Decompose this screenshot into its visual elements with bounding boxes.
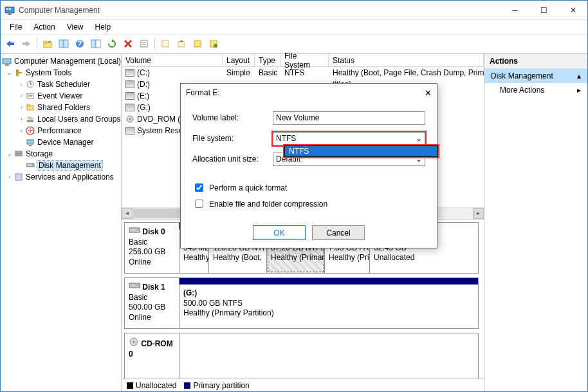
toolbar-btn-12[interactable] (190, 37, 205, 51)
tree-services-apps[interactable]: ›Services and Applications (1, 171, 121, 183)
collapse-arrow-icon: ▴ (577, 71, 581, 80)
up-button[interactable] (41, 37, 55, 51)
scroll-right-icon[interactable]: ► (473, 208, 484, 219)
svg-rect-37 (29, 145, 32, 146)
help-button[interactable]: ? (73, 37, 87, 51)
actions-more-actions[interactable]: More Actions▸ (484, 83, 587, 97)
expand-icon[interactable]: › (17, 116, 25, 122)
svg-text:?: ? (77, 39, 82, 48)
tree-pane[interactable]: Computer Management (Local) ⌄ System Too… (1, 54, 122, 391)
toolbar-btn-13[interactable] (207, 37, 221, 51)
toolbar-btn-6[interactable] (89, 37, 103, 51)
tree-system-tools[interactable]: ⌄ System Tools (1, 67, 121, 79)
tree-shared-folders[interactable]: ›Shared Folders (1, 102, 121, 113)
computer-management-window: Computer Management ─ ☐ ✕ File Action Vi… (0, 0, 588, 392)
file-system-dropdown[interactable]: NTFS (284, 145, 438, 157)
svg-rect-22 (3, 59, 11, 64)
svg-rect-9 (64, 40, 68, 48)
ok-button[interactable]: OK (253, 225, 306, 240)
submenu-arrow-icon: ▸ (577, 86, 581, 95)
svg-rect-18 (178, 42, 185, 47)
tree-device-manager[interactable]: Device Manager (1, 136, 121, 148)
svg-rect-19 (194, 41, 201, 47)
refresh-button[interactable] (105, 37, 119, 51)
minimize-button[interactable]: ─ (501, 1, 529, 19)
dialog-titlebar[interactable]: Format E: ✕ (181, 84, 437, 102)
actions-pane: Actions Disk Management▴ More Actions▸ (484, 54, 587, 391)
cancel-button[interactable]: Cancel (312, 225, 365, 240)
svg-rect-13 (96, 40, 100, 48)
volume-row[interactable]: (C:)SimpleBasicNTFSHealthy (Boot, Page F… (122, 67, 484, 79)
toolbar: ? (1, 34, 587, 53)
legend-unallocated-swatch (127, 382, 133, 389)
actions-disk-management[interactable]: Disk Management▴ (484, 69, 587, 83)
svg-rect-38 (15, 151, 22, 153)
col-status[interactable]: Status (329, 54, 484, 66)
svg-point-33 (30, 117, 33, 120)
expand-icon[interactable]: › (6, 174, 14, 180)
svg-rect-2 (9, 8, 11, 10)
volume-label-input[interactable] (273, 111, 425, 125)
svg-rect-23 (5, 64, 9, 66)
file-system-select[interactable]: NTFS ⌄ (273, 132, 425, 145)
expand-icon[interactable]: › (17, 104, 25, 111)
titlebar[interactable]: Computer Management ─ ☐ ✕ (1, 1, 587, 20)
tree-performance[interactable]: ›Performance (1, 125, 121, 136)
tree-event-viewer[interactable]: ›Event Viewer (1, 90, 121, 102)
tree-root[interactable]: Computer Management (Local) (1, 55, 121, 67)
collapse-icon[interactable]: ⌄ (6, 70, 14, 76)
file-system-label: File system: (192, 134, 273, 143)
menu-help[interactable]: Help (90, 21, 116, 33)
col-volume[interactable]: Volume (122, 54, 223, 66)
disk-row[interactable]: Disk 1Basic500.00 GBOnline(G:)500.00 GB … (124, 277, 479, 329)
menu-file[interactable]: File (5, 21, 27, 33)
tree-local-users[interactable]: ›Local Users and Groups (1, 113, 121, 125)
back-button[interactable] (3, 37, 17, 51)
svg-rect-5 (23, 42, 27, 45)
dialog-close-button[interactable]: ✕ (412, 88, 432, 98)
menu-action[interactable]: Action (28, 21, 60, 33)
tree-disk-management[interactable]: Disk Management (1, 160, 121, 171)
col-layout[interactable]: Layout (223, 54, 255, 66)
svg-rect-17 (162, 41, 169, 47)
col-type[interactable]: Type (255, 54, 280, 66)
svg-rect-8 (59, 40, 63, 48)
col-fs[interactable]: File System (280, 54, 329, 66)
delete-button[interactable] (121, 37, 135, 51)
chevron-down-icon: ⌄ (416, 134, 422, 143)
disk-info: CD-ROM 0 (125, 333, 179, 378)
svg-rect-25 (19, 72, 22, 73)
toolbar-btn-10[interactable] (158, 37, 172, 51)
dialog-title: Format E: (186, 88, 412, 97)
collapse-icon[interactable]: ⌄ (6, 151, 14, 157)
app-icon (5, 5, 15, 15)
disk-info: Disk 1Basic500.00 GBOnline (125, 278, 179, 328)
svg-point-41 (32, 164, 33, 165)
menu-view[interactable]: View (62, 21, 89, 33)
scroll-left-icon[interactable]: ◄ (122, 208, 133, 219)
toolbar-btn-11[interactable] (174, 37, 188, 51)
quick-format-checkbox[interactable]: Perform a quick format (192, 182, 425, 194)
legend-primary-label: Primary partition (193, 381, 249, 390)
maximize-button[interactable]: ☐ (529, 1, 558, 19)
format-dialog: Format E: ✕ Volume label: File system: N… (180, 83, 437, 248)
expand-icon[interactable]: › (17, 81, 25, 88)
disk-row[interactable]: CD-ROM 0 (124, 333, 479, 378)
expand-icon[interactable]: › (17, 127, 25, 134)
fs-option-ntfs[interactable]: NTFS (285, 146, 437, 156)
compression-checkbox[interactable]: Enable file and folder compression (192, 198, 425, 210)
show-hide-button[interactable] (57, 37, 71, 51)
tree-task-scheduler[interactable]: ›Task Scheduler (1, 79, 121, 90)
svg-rect-24 (16, 70, 19, 76)
expand-icon[interactable]: › (17, 93, 25, 99)
tree-storage[interactable]: ⌄Storage (1, 148, 121, 160)
properties-button[interactable] (137, 37, 151, 51)
forward-button[interactable] (19, 37, 33, 51)
svg-point-46 (137, 229, 138, 230)
svg-rect-12 (91, 40, 95, 48)
partition-box[interactable]: (G:)500.00 GB NTFSHealthy (Primary Parti… (179, 285, 478, 328)
svg-point-50 (133, 341, 135, 343)
svg-rect-27 (27, 93, 33, 98)
volume-label-label: Volume label: (192, 113, 273, 122)
close-button[interactable]: ✕ (558, 1, 587, 19)
